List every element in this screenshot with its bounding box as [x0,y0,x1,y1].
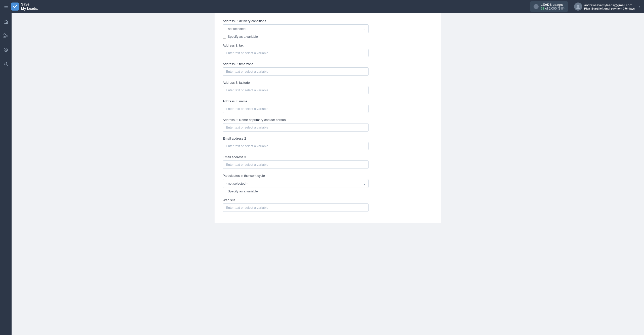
sidebar-item-billing[interactable]: $ [1,45,10,54]
input-email-3[interactable] [223,160,369,169]
svg-rect-6 [4,36,5,38]
select-wrapper-delivery-conditions: - not selected - ⌄ [223,24,369,33]
logo-text: Save My Leads. [21,2,38,11]
checkbox-row-work-cycle: Specify as a variable [223,189,433,193]
label-work-cycle: Participates in the work cycle [223,174,433,178]
info-icon: i [534,4,539,9]
label-email-2: Email address 2 [223,137,433,140]
sidebar-item-connections[interactable] [1,31,10,40]
leads-pct: (3%) [558,7,565,10]
sidebar-item-account[interactable] [1,59,10,68]
input-website[interactable] [223,203,369,212]
input-primary-contact[interactable] [223,123,369,132]
user-email: andrewsavemyleads@gmail.com [584,3,635,7]
label-website: Web site [223,198,433,202]
leads-usage: i LEADS usage: 58 of 2'000 (3%) [530,1,568,12]
svg-line-7 [5,34,6,36]
sidebar: $ [0,13,12,335]
topbar-chevron-icon[interactable]: › [639,5,640,9]
checkbox-work-cycle[interactable] [223,190,226,193]
form-group-website: Web site [223,198,433,212]
form-group-email-3: Email address 3 [223,155,433,169]
checkbox-row-delivery-conditions: Specify as a variable [223,35,433,38]
checkbox-label-work-cycle: Specify as a variable [228,189,258,193]
label-fax: Address 3: fax [223,44,433,47]
leads-separator: of [545,7,549,10]
menu-icon[interactable]: ☰ [4,4,8,9]
logo-icon [11,3,19,11]
user-plan: Plan |Start| left until payment 376 days [584,7,635,10]
svg-point-11 [5,62,7,64]
label-time-zone: Address 3: time zone [223,62,433,66]
select-work-cycle[interactable]: - not selected - [223,179,369,188]
svg-rect-5 [6,35,8,36]
checkbox-delivery-conditions[interactable] [223,35,226,38]
form-group-fax: Address 3: fax [223,44,433,57]
form-group-work-cycle: Participates in the work cycle - not sel… [223,174,433,193]
sidebar-item-home[interactable] [1,17,10,26]
form-group-latitude: Address 3: latitude [223,81,433,94]
svg-point-2 [576,7,580,9]
label-delivery-conditions: Address 3: delivery conditions [223,19,433,23]
form-group-delivery-conditions: Address 3: delivery conditions - not sel… [223,19,433,38]
leads-used: 58 [541,7,544,10]
svg-text:$: $ [5,48,7,52]
checkbox-label-delivery-conditions: Specify as a variable [228,35,258,38]
form-area: Address 3: delivery conditions - not sel… [215,13,441,223]
input-email-2[interactable] [223,142,369,150]
form-group-name: Address 3: name [223,99,433,113]
form-group-email-2: Email address 2 [223,137,433,150]
label-email-3: Email address 3 [223,155,433,159]
input-fax[interactable] [223,49,369,57]
label-latitude: Address 3: latitude [223,81,433,85]
user-section: andrewsavemyleads@gmail.com Plan |Start|… [574,3,640,11]
label-primary-contact: Address 3: Name of primary contact perso… [223,118,433,122]
input-time-zone[interactable] [223,67,369,76]
select-wrapper-work-cycle: - not selected - ⌄ [223,179,369,188]
leads-total: 2'000 [549,7,557,10]
select-delivery-conditions[interactable]: - not selected - [223,24,369,33]
main-content: Address 3: delivery conditions - not sel… [12,13,644,335]
logo: Save My Leads. [11,2,38,11]
user-avatar [574,3,582,11]
form-group-time-zone: Address 3: time zone [223,62,433,76]
svg-rect-4 [4,34,5,35]
input-latitude[interactable] [223,86,369,94]
topbar: ☰ Save My Leads. i LEADS usage: 58 of 2'… [0,0,644,13]
user-info: andrewsavemyleads@gmail.com Plan |Start|… [584,3,635,10]
label-name: Address 3: name [223,99,433,103]
input-name[interactable] [223,105,369,113]
layout: $ Address 3: delivery conditions - not s… [0,13,644,335]
svg-point-1 [577,5,579,7]
svg-rect-3 [5,22,7,24]
leads-usage-title: LEADS usage: [541,3,563,7]
form-group-primary-contact: Address 3: Name of primary contact perso… [223,118,433,132]
